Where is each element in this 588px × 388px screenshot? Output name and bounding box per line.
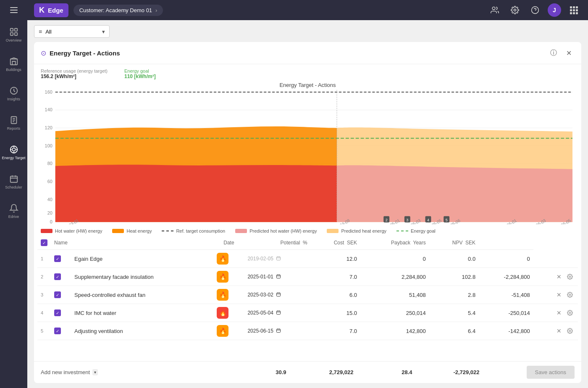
row-checkbox[interactable]: ✓ (54, 273, 61, 280)
legend-heat-energy-label: Heat energy (126, 228, 152, 233)
row-payback: 0.0 (429, 250, 479, 268)
row-badge-icon[interactable]: 🔥 (217, 271, 228, 283)
ref-usage-label: Reference usage (energy target) 156.2 [k… (41, 68, 108, 79)
row-badge-cell: 🔥 (213, 250, 244, 268)
row-badge-icon[interactable]: 🔥 (217, 307, 228, 319)
main-content: K Edge Customer: Academy Demo 01 › J (27, 0, 588, 388)
svg-rect-6 (14, 33, 17, 35)
table-row: 4 ✓ IMC for hot water 🔥 2025-05-04 15.0 … (37, 304, 578, 322)
row-cost: 2,284,800 (360, 268, 429, 286)
sidebar-item-insights-label: Insights (7, 97, 20, 101)
row-checkbox[interactable]: ✓ (54, 255, 61, 262)
chart-area: Reference usage (energy target) 156.2 [k… (34, 64, 581, 226)
row-checkbox-cell: ✓ (51, 322, 71, 340)
row-npv: -250,014 (479, 304, 533, 322)
row-actions: ✕ (537, 272, 575, 281)
row-actions: ✕ (537, 308, 575, 317)
delete-row-button[interactable]: ✕ (554, 290, 564, 299)
row-date-cell: 2019-02-05 (244, 250, 310, 268)
row-badge-icon[interactable]: 🔥 (217, 253, 228, 265)
sidebar-item-reports[interactable]: Reports (0, 108, 27, 138)
calendar-icon[interactable] (276, 292, 281, 298)
customer-selector[interactable]: Customer: Academy Demo 01 › (74, 5, 163, 16)
legend-ref-target-label: Ref. target consumption (176, 228, 225, 233)
k-logo-icon: K (39, 6, 45, 15)
users-icon[interactable] (487, 3, 502, 18)
info-icon[interactable]: ⓘ (548, 47, 559, 59)
svg-rect-5 (10, 33, 13, 35)
row-potential: 12.0 (311, 250, 360, 268)
sidebar-item-edrive[interactable]: Edrive (0, 197, 27, 226)
row-badge-cell: 🔥 (213, 268, 244, 286)
row-date: 2025-06-15 (247, 328, 307, 334)
app-logo[interactable]: K Edge (34, 3, 68, 17)
row-checkbox[interactable]: ✓ (54, 291, 61, 298)
totals-row: 30.9 2,729,022 28.4 -2,729,022 (105, 369, 520, 375)
legend-heat-energy: Heat energy (112, 228, 152, 233)
svg-text:0: 0 (50, 219, 52, 224)
calendar-icon[interactable] (276, 328, 281, 334)
sidebar-item-buildings-label: Buildings (6, 68, 21, 72)
row-date-value: 2025-03-02 (247, 292, 273, 298)
row-actions-cell (533, 250, 578, 268)
row-date-value: 2025-01-01 (247, 274, 273, 280)
row-number: 4 (37, 304, 51, 322)
sidebar-item-buildings[interactable]: Buildings (0, 50, 27, 79)
investments-table: ✓ Name Date Potential % Cost SEK Payback… (37, 236, 578, 340)
legend-hw-energy: Hot water (HW) energy (41, 228, 102, 233)
user-avatar[interactable]: J (548, 3, 561, 17)
row-number: 2 (37, 268, 51, 286)
row-checkbox-cell: ✓ (51, 304, 71, 322)
svg-point-23 (492, 7, 495, 10)
row-badge-cell: 🔥 (213, 304, 244, 322)
save-actions-button[interactable]: Save actions (527, 366, 575, 379)
row-actions: ✕ (537, 290, 575, 299)
select-all-checkbox[interactable]: ✓ (41, 239, 47, 246)
panel-title: Energy Target - Actions (50, 50, 544, 57)
sidebar-item-energy-target[interactable]: Energy Target (0, 138, 27, 167)
svg-point-24 (514, 9, 516, 11)
th-badge (71, 236, 213, 250)
th-cost: Cost SEK (311, 236, 360, 250)
add-investment-button[interactable]: Add new investment ▾ (41, 367, 98, 378)
settings-row-button[interactable] (565, 290, 575, 299)
legend-ref-target-line (162, 231, 173, 231)
settings-row-button[interactable] (565, 326, 575, 336)
filter-dropdown[interactable]: ≡ All ▾ (34, 25, 110, 38)
hamburger-menu[interactable] (0, 0, 27, 20)
customer-label: Customer: Academy Demo 01 (79, 7, 152, 13)
delete-row-button[interactable]: ✕ (554, 326, 564, 336)
grid-apps-icon[interactable] (566, 3, 581, 18)
row-badge-icon[interactable]: 🔥 (217, 325, 228, 337)
calendar-icon[interactable] (276, 310, 281, 316)
row-checkbox[interactable]: ✓ (54, 328, 61, 334)
settings-icon[interactable] (507, 3, 522, 18)
help-icon[interactable] (528, 3, 543, 18)
sidebar-item-reports-label: Reports (7, 126, 21, 131)
row-number: 1 (37, 250, 51, 268)
row-cost: 51,408 (360, 286, 429, 304)
calendar-icon[interactable] (276, 256, 281, 262)
row-badge-cell: 🔥 (213, 322, 244, 340)
delete-row-button[interactable]: ✕ (554, 272, 564, 281)
row-potential: 6.0 (311, 286, 360, 304)
legend-energy-goal-line (396, 231, 408, 231)
sidebar-item-insights[interactable]: Insights (0, 79, 27, 108)
delete-row-button[interactable]: ✕ (554, 308, 564, 317)
sidebar-item-overview[interactable]: Overview (0, 20, 27, 50)
settings-row-button[interactable] (565, 272, 575, 281)
legend-predicted-heat-color (327, 229, 339, 233)
svg-rect-83 (276, 329, 280, 332)
row-payback: 6.4 (429, 322, 479, 340)
legend-predicted-hw-label: Predicted hot water (HW) energy (249, 228, 317, 233)
row-badge-icon[interactable]: 🔥 (217, 289, 228, 301)
settings-row-button[interactable] (565, 308, 575, 317)
row-payback: 2.8 (429, 286, 479, 304)
calendar-icon[interactable] (276, 274, 281, 280)
row-checkbox[interactable]: ✓ (54, 309, 61, 316)
close-icon[interactable]: ✕ (563, 47, 575, 59)
sidebar-item-scheduler[interactable]: Scheduler (0, 167, 27, 197)
sidebar-item-energy-target-label: Energy Target (2, 156, 26, 160)
legend-predicted-heat: Predicted heat energy (327, 228, 386, 233)
row-payback: 102.8 (429, 268, 479, 286)
